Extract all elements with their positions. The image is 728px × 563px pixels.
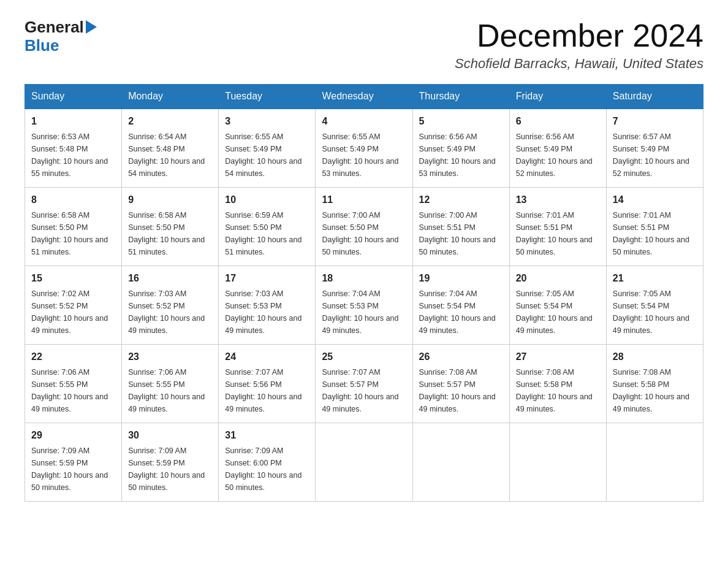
day-info: Sunrise: 7:09 AMSunset: 5:59 PMDaylight:… xyxy=(31,445,115,494)
day-number: 25 xyxy=(322,350,406,364)
calendar-cell: 10Sunrise: 6:59 AMSunset: 5:50 PMDayligh… xyxy=(219,188,316,266)
calendar-cell: 20Sunrise: 7:05 AMSunset: 5:54 PMDayligh… xyxy=(509,266,606,345)
day-number: 1 xyxy=(31,114,115,129)
day-info: Sunrise: 7:02 AMSunset: 5:52 PMDaylight:… xyxy=(31,288,115,337)
day-info: Sunrise: 7:06 AMSunset: 5:55 PMDaylight:… xyxy=(31,366,115,415)
calendar-cell: 4Sunrise: 6:55 AMSunset: 5:49 PMDaylight… xyxy=(316,109,412,188)
day-info: Sunrise: 7:00 AMSunset: 5:51 PMDaylight:… xyxy=(419,209,503,258)
calendar-cell: 27Sunrise: 7:08 AMSunset: 5:58 PMDayligh… xyxy=(509,345,606,423)
day-info: Sunrise: 7:08 AMSunset: 5:58 PMDaylight:… xyxy=(516,366,600,415)
day-number: 6 xyxy=(516,114,600,129)
calendar-cell: 12Sunrise: 7:00 AMSunset: 5:51 PMDayligh… xyxy=(412,188,509,266)
day-info: Sunrise: 7:06 AMSunset: 5:55 PMDaylight:… xyxy=(128,366,212,415)
day-number: 9 xyxy=(128,193,212,207)
day-number: 14 xyxy=(613,193,697,207)
day-info: Sunrise: 6:56 AMSunset: 5:49 PMDaylight:… xyxy=(419,131,503,180)
header-thursday: Thursday xyxy=(412,85,509,109)
calendar-cell: 3Sunrise: 6:55 AMSunset: 5:49 PMDaylight… xyxy=(219,109,316,188)
day-number: 3 xyxy=(225,114,309,129)
logo-general: General xyxy=(25,18,84,37)
calendar-cell: 24Sunrise: 7:07 AMSunset: 5:56 PMDayligh… xyxy=(219,345,316,423)
day-info: Sunrise: 6:56 AMSunset: 5:49 PMDaylight:… xyxy=(516,131,600,180)
day-info: Sunrise: 6:57 AMSunset: 5:49 PMDaylight:… xyxy=(613,131,697,180)
day-info: Sunrise: 6:55 AMSunset: 5:49 PMDaylight:… xyxy=(322,131,406,180)
day-number: 13 xyxy=(516,193,600,207)
calendar-cell: 23Sunrise: 7:06 AMSunset: 5:55 PMDayligh… xyxy=(122,345,219,423)
calendar-cell: 30Sunrise: 7:09 AMSunset: 5:59 PMDayligh… xyxy=(122,423,219,502)
calendar-cell: 22Sunrise: 7:06 AMSunset: 5:55 PMDayligh… xyxy=(25,345,122,423)
header-tuesday: Tuesday xyxy=(219,85,316,109)
calendar-cell: 16Sunrise: 7:03 AMSunset: 5:52 PMDayligh… xyxy=(122,266,219,345)
day-number: 24 xyxy=(225,350,309,364)
day-number: 8 xyxy=(31,193,115,207)
day-info: Sunrise: 6:53 AMSunset: 5:48 PMDaylight:… xyxy=(31,131,115,180)
month-title: December 2024 xyxy=(455,18,703,53)
logo-blue: Blue xyxy=(25,37,97,55)
location-title: Schofield Barracks, Hawaii, United State… xyxy=(455,56,703,72)
calendar-week-row: 29Sunrise: 7:09 AMSunset: 5:59 PMDayligh… xyxy=(25,423,703,502)
calendar-cell: 7Sunrise: 6:57 AMSunset: 5:49 PMDaylight… xyxy=(606,109,703,188)
calendar-cell xyxy=(412,423,509,502)
day-number: 26 xyxy=(419,350,503,364)
calendar-cell: 6Sunrise: 6:56 AMSunset: 5:49 PMDaylight… xyxy=(509,109,606,188)
day-number: 29 xyxy=(31,428,115,443)
calendar-cell: 9Sunrise: 6:58 AMSunset: 5:50 PMDaylight… xyxy=(122,188,219,266)
header-wednesday: Wednesday xyxy=(316,85,412,109)
calendar-header-row: SundayMondayTuesdayWednesdayThursdayFrid… xyxy=(25,85,703,109)
day-number: 19 xyxy=(419,271,503,286)
header-saturday: Saturday xyxy=(606,85,703,109)
day-info: Sunrise: 7:03 AMSunset: 5:52 PMDaylight:… xyxy=(128,288,212,337)
day-number: 21 xyxy=(613,271,697,286)
day-number: 22 xyxy=(31,350,115,364)
calendar-table: SundayMondayTuesdayWednesdayThursdayFrid… xyxy=(25,84,703,502)
day-info: Sunrise: 7:05 AMSunset: 5:54 PMDaylight:… xyxy=(613,288,697,337)
day-info: Sunrise: 7:07 AMSunset: 5:56 PMDaylight:… xyxy=(225,366,309,415)
day-number: 4 xyxy=(322,114,406,129)
day-number: 27 xyxy=(516,350,600,364)
calendar-cell: 26Sunrise: 7:08 AMSunset: 5:57 PMDayligh… xyxy=(412,345,509,423)
day-number: 30 xyxy=(128,428,212,443)
day-info: Sunrise: 7:09 AMSunset: 5:59 PMDaylight:… xyxy=(128,445,212,494)
calendar-cell: 15Sunrise: 7:02 AMSunset: 5:52 PMDayligh… xyxy=(25,266,122,345)
day-number: 2 xyxy=(128,114,212,129)
calendar-cell xyxy=(606,423,703,502)
day-number: 7 xyxy=(613,114,697,129)
day-number: 20 xyxy=(516,271,600,286)
day-info: Sunrise: 6:55 AMSunset: 5:49 PMDaylight:… xyxy=(225,131,309,180)
day-number: 12 xyxy=(419,193,503,207)
day-number: 15 xyxy=(31,271,115,286)
calendar-cell xyxy=(509,423,606,502)
calendar-cell: 13Sunrise: 7:01 AMSunset: 5:51 PMDayligh… xyxy=(509,188,606,266)
calendar-cell: 25Sunrise: 7:07 AMSunset: 5:57 PMDayligh… xyxy=(316,345,412,423)
day-number: 18 xyxy=(322,271,406,286)
calendar-cell: 5Sunrise: 6:56 AMSunset: 5:49 PMDaylight… xyxy=(412,109,509,188)
logo: General Blue xyxy=(25,18,97,55)
calendar-cell: 28Sunrise: 7:08 AMSunset: 5:58 PMDayligh… xyxy=(606,345,703,423)
calendar-cell: 19Sunrise: 7:04 AMSunset: 5:54 PMDayligh… xyxy=(412,266,509,345)
calendar-cell: 1Sunrise: 6:53 AMSunset: 5:48 PMDaylight… xyxy=(25,109,122,188)
calendar-cell: 18Sunrise: 7:04 AMSunset: 5:53 PMDayligh… xyxy=(316,266,412,345)
calendar-cell: 8Sunrise: 6:58 AMSunset: 5:50 PMDaylight… xyxy=(25,188,122,266)
title-area: December 2024 Schofield Barracks, Hawaii… xyxy=(455,18,703,72)
calendar-week-row: 8Sunrise: 6:58 AMSunset: 5:50 PMDaylight… xyxy=(25,188,703,266)
day-info: Sunrise: 7:01 AMSunset: 5:51 PMDaylight:… xyxy=(613,209,697,258)
day-info: Sunrise: 6:59 AMSunset: 5:50 PMDaylight:… xyxy=(225,209,309,258)
svg-marker-0 xyxy=(86,20,97,34)
calendar-cell xyxy=(316,423,412,502)
day-info: Sunrise: 7:07 AMSunset: 5:57 PMDaylight:… xyxy=(322,366,406,415)
header: General Blue December 2024 Schofield Bar… xyxy=(25,18,703,72)
day-number: 5 xyxy=(419,114,503,129)
day-info: Sunrise: 6:54 AMSunset: 5:48 PMDaylight:… xyxy=(128,131,212,180)
day-info: Sunrise: 7:00 AMSunset: 5:50 PMDaylight:… xyxy=(322,209,406,258)
day-number: 17 xyxy=(225,271,309,286)
header-monday: Monday xyxy=(122,85,219,109)
day-info: Sunrise: 7:08 AMSunset: 5:58 PMDaylight:… xyxy=(613,366,697,415)
calendar-cell: 2Sunrise: 6:54 AMSunset: 5:48 PMDaylight… xyxy=(122,109,219,188)
calendar-cell: 11Sunrise: 7:00 AMSunset: 5:50 PMDayligh… xyxy=(316,188,412,266)
day-info: Sunrise: 6:58 AMSunset: 5:50 PMDaylight:… xyxy=(31,209,115,258)
day-info: Sunrise: 7:03 AMSunset: 5:53 PMDaylight:… xyxy=(225,288,309,337)
header-friday: Friday xyxy=(509,85,606,109)
day-number: 10 xyxy=(225,193,309,207)
day-number: 31 xyxy=(225,428,309,443)
calendar-cell: 31Sunrise: 7:09 AMSunset: 6:00 PMDayligh… xyxy=(219,423,316,502)
